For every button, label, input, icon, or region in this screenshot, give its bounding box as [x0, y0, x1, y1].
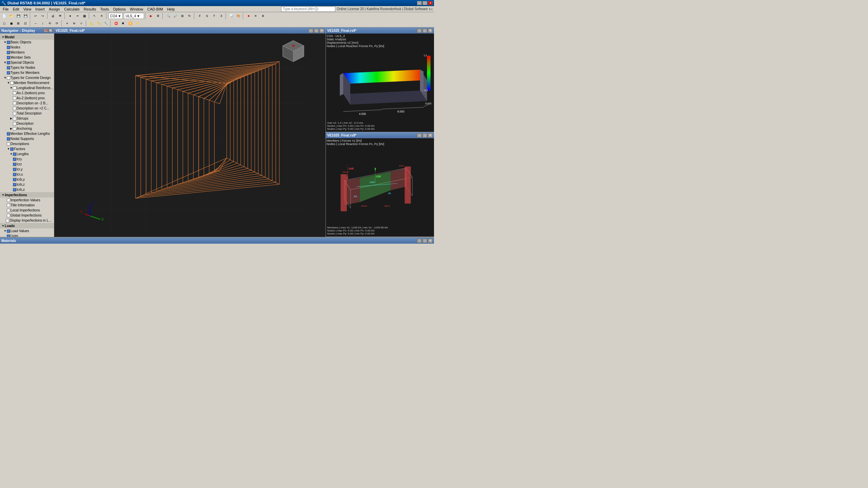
cb-nodes[interactable]: ✓ — [7, 46, 10, 49]
nav-desc2c[interactable]: Description on +2 C... — [0, 106, 54, 111]
cb-lcrb-z[interactable]: ✓ — [13, 183, 16, 186]
nav-stirrups-desc[interactable]: Description — [0, 121, 54, 126]
tb-render[interactable]: 🎨 — [235, 13, 242, 19]
cb-lcrz[interactable]: ✓ — [13, 163, 16, 166]
menu-cad-bim[interactable]: CAD-BIM — [145, 7, 165, 12]
nav-members[interactable]: ✓ Members — [0, 50, 54, 55]
tb-save[interactable]: 💾 — [15, 13, 22, 19]
nav-as1[interactable]: As-1 (bottom) prov. — [0, 90, 54, 96]
cb-units[interactable]: ✓ — [7, 235, 10, 237]
minimize-btn[interactable]: ─ — [417, 1, 422, 5]
nav-close[interactable]: ✕ — [48, 28, 53, 33]
tb2-12[interactable]: 📐 — [88, 20, 95, 26]
tb-display-results[interactable]: 📊 — [228, 13, 235, 19]
tb2-18[interactable]: ⚡ — [134, 20, 141, 26]
menu-view[interactable]: View — [21, 7, 34, 12]
nav-basic-objects[interactable]: ▼ ✓ Basic Objects — [0, 40, 54, 45]
nav-lcr-y[interactable]: ✓ lcr,y — [0, 167, 54, 172]
nav-section-imperf[interactable]: ▼ Imperfections — [0, 192, 54, 198]
cb-concrete[interactable] — [7, 76, 10, 80]
cb-members[interactable]: ✓ — [7, 51, 10, 54]
expand-long[interactable]: ▼ — [9, 86, 13, 90]
menu-tools[interactable]: Tools — [98, 7, 111, 12]
cb-load-values[interactable]: ✓ — [7, 229, 10, 233]
cb-stirrups[interactable] — [13, 117, 16, 120]
tb-stop[interactable]: ■ — [245, 13, 252, 19]
cb-lengths[interactable]: ✓ — [13, 152, 16, 156]
tb-side[interactable]: S — [203, 13, 210, 19]
nav-desc2b[interactable]: Description on -2 B... — [0, 101, 54, 106]
nav-section-model[interactable]: ▼ Model — [0, 34, 54, 40]
expand-lv[interactable]: ▼ — [3, 229, 7, 233]
nav-factors[interactable]: ▼ ✓ Factors — [0, 146, 54, 151]
tb-undo[interactable]: ↩ — [32, 13, 39, 19]
loadcase-combo[interactable]: CO4 ▼ — [108, 13, 123, 19]
rv-top-close[interactable]: ✕ — [428, 28, 433, 33]
tb-calc-all[interactable]: ⚙ — [155, 13, 161, 19]
cb-lcrb-y[interactable]: ✓ — [13, 178, 16, 181]
menu-assign[interactable]: Assign — [47, 7, 62, 12]
tb2-6[interactable]: ↕ — [39, 20, 46, 26]
cb-types-members[interactable]: ✓ — [7, 71, 10, 75]
rv-bot-min[interactable]: ─ — [417, 133, 422, 138]
tb-calc[interactable]: ▶ — [147, 13, 154, 19]
cb-eff-lengths[interactable]: ✓ — [7, 132, 10, 136]
vp-close[interactable]: ✕ — [319, 28, 324, 33]
tb-member[interactable]: ━ — [74, 13, 81, 19]
nav-eff-lengths[interactable]: ✓ Member Effective Lengths — [0, 131, 54, 136]
nav-nodes[interactable]: ✓ Nodes — [0, 45, 54, 50]
nav-anchoring[interactable]: ▶ Anchoring — [0, 126, 54, 131]
bottom-close[interactable]: ✕ — [428, 239, 433, 243]
bottom-maximize[interactable]: □ — [422, 239, 427, 243]
tb2-3[interactable]: ⊠ — [15, 20, 22, 26]
nav-pin[interactable]: 📌 — [44, 28, 48, 33]
tb2-5[interactable]: ↔ — [32, 20, 39, 26]
nav-section-loads[interactable]: ▼ Loads — [0, 223, 54, 228]
tb-3d[interactable]: 3 — [218, 13, 224, 19]
tb2-7[interactable]: ⟲ — [46, 20, 53, 26]
nav-lcrb-extra[interactable]: ✓ lcrb,z — [0, 187, 54, 192]
menu-window[interactable]: Window — [128, 7, 145, 12]
cb-global-imperf[interactable] — [7, 214, 10, 217]
tb-save-as[interactable]: 💾 — [22, 13, 29, 19]
cb-desc2c[interactable] — [13, 107, 16, 110]
close-btn[interactable]: ✕ — [428, 1, 433, 5]
keyword-search[interactable] — [281, 6, 335, 12]
cb-types-nodes[interactable]: ✓ — [7, 66, 10, 69]
loadcase-arrow[interactable]: ▼ — [118, 14, 121, 18]
tb2-17[interactable]: 🔀 — [127, 20, 134, 26]
rv-top-max[interactable]: □ — [422, 28, 427, 33]
tb2-10[interactable]: ≋ — [71, 20, 78, 26]
cb-long[interactable] — [13, 86, 16, 90]
rv-bot-max[interactable]: □ — [422, 133, 427, 138]
tb2-11[interactable]: ⊹ — [78, 20, 85, 26]
cb-descriptions[interactable] — [7, 142, 10, 146]
cb-reinf[interactable] — [10, 81, 14, 85]
cb-lcr-y[interactable]: ✓ — [13, 168, 16, 171]
menu-calculate[interactable]: Calculate — [62, 7, 82, 12]
tb2-13[interactable]: 📏 — [95, 20, 102, 26]
tb-redo[interactable]: ↪ — [39, 13, 46, 19]
expand-loads[interactable]: ▼ — [1, 224, 5, 227]
expand-imperf[interactable]: ▼ — [1, 193, 5, 197]
nav-local-imperf[interactable]: Local Imperfections — [0, 208, 54, 213]
tb-front[interactable]: F — [196, 13, 203, 19]
cb-special[interactable]: ✓ — [7, 61, 10, 64]
cb-desc2b[interactable] — [13, 102, 16, 105]
bottom-minimize[interactable]: ─ — [417, 239, 422, 243]
tb2-4[interactable]: ⊡ — [22, 20, 29, 26]
cb-lcr-u[interactable]: ✓ — [13, 173, 16, 176]
cb-lcrb-extra[interactable]: ✓ — [13, 188, 16, 191]
expand-concrete[interactable]: ▼ — [3, 76, 7, 80]
nav-member-sets[interactable]: ✓ Member Sets — [0, 55, 54, 60]
loadtype-arrow[interactable]: ▼ — [137, 14, 140, 18]
nav-descriptions[interactable]: Descriptions — [0, 141, 54, 146]
nav-units[interactable]: ✓ Units — [0, 233, 54, 237]
nav-member-reinf[interactable]: ▼ Member Reinforcement — [0, 80, 54, 85]
main-3d-canvas[interactable]: X Y Z — [54, 34, 326, 237]
expand-basic[interactable]: ▼ — [3, 41, 7, 44]
tb-zoom-all[interactable]: ⊞ — [179, 13, 186, 19]
nav-long-reinf[interactable]: ▼ Longitudinal Reinforce... — [0, 85, 54, 90]
expand-lengths[interactable]: ▼ — [9, 152, 13, 156]
tb-new[interactable]: 📄 — [1, 13, 7, 19]
